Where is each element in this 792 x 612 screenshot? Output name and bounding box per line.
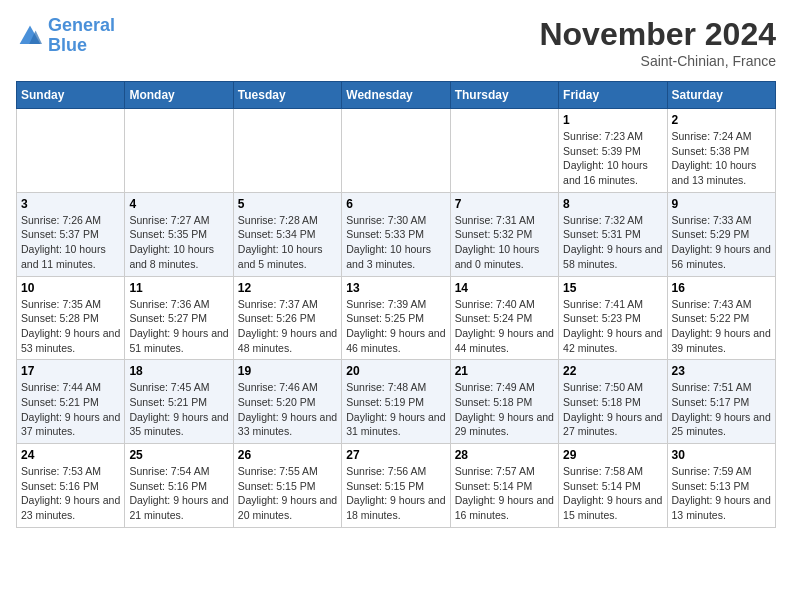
calendar-day-cell: 13Sunrise: 7:39 AMSunset: 5:25 PMDayligh… — [342, 276, 450, 360]
calendar-body: 1Sunrise: 7:23 AMSunset: 5:39 PMDaylight… — [17, 109, 776, 528]
day-info: Sunrise: 7:24 AMSunset: 5:38 PMDaylight:… — [672, 129, 771, 188]
day-info: Sunrise: 7:55 AMSunset: 5:15 PMDaylight:… — [238, 464, 337, 523]
day-info: Sunrise: 7:53 AMSunset: 5:16 PMDaylight:… — [21, 464, 120, 523]
calendar-day-cell: 19Sunrise: 7:46 AMSunset: 5:20 PMDayligh… — [233, 360, 341, 444]
day-number: 25 — [129, 448, 228, 462]
day-number: 10 — [21, 281, 120, 295]
logo-icon — [18, 24, 42, 48]
day-number: 17 — [21, 364, 120, 378]
day-info: Sunrise: 7:26 AMSunset: 5:37 PMDaylight:… — [21, 213, 120, 272]
weekday-header: Thursday — [450, 82, 558, 109]
weekday-header: Tuesday — [233, 82, 341, 109]
calendar-day-cell: 27Sunrise: 7:56 AMSunset: 5:15 PMDayligh… — [342, 444, 450, 528]
day-number: 8 — [563, 197, 662, 211]
calendar-day-cell: 6Sunrise: 7:30 AMSunset: 5:33 PMDaylight… — [342, 192, 450, 276]
day-number: 23 — [672, 364, 771, 378]
calendar-day-cell: 25Sunrise: 7:54 AMSunset: 5:16 PMDayligh… — [125, 444, 233, 528]
calendar-day-cell: 8Sunrise: 7:32 AMSunset: 5:31 PMDaylight… — [559, 192, 667, 276]
calendar-day-cell: 11Sunrise: 7:36 AMSunset: 5:27 PMDayligh… — [125, 276, 233, 360]
calendar-day-cell: 28Sunrise: 7:57 AMSunset: 5:14 PMDayligh… — [450, 444, 558, 528]
weekday-header: Monday — [125, 82, 233, 109]
day-number: 27 — [346, 448, 445, 462]
day-info: Sunrise: 7:33 AMSunset: 5:29 PMDaylight:… — [672, 213, 771, 272]
calendar-day-cell: 3Sunrise: 7:26 AMSunset: 5:37 PMDaylight… — [17, 192, 125, 276]
day-number: 30 — [672, 448, 771, 462]
calendar-day-cell: 10Sunrise: 7:35 AMSunset: 5:28 PMDayligh… — [17, 276, 125, 360]
day-info: Sunrise: 7:32 AMSunset: 5:31 PMDaylight:… — [563, 213, 662, 272]
day-info: Sunrise: 7:48 AMSunset: 5:19 PMDaylight:… — [346, 380, 445, 439]
calendar-day-cell: 15Sunrise: 7:41 AMSunset: 5:23 PMDayligh… — [559, 276, 667, 360]
day-info: Sunrise: 7:51 AMSunset: 5:17 PMDaylight:… — [672, 380, 771, 439]
header-row: SundayMondayTuesdayWednesdayThursdayFrid… — [17, 82, 776, 109]
day-info: Sunrise: 7:54 AMSunset: 5:16 PMDaylight:… — [129, 464, 228, 523]
day-info: Sunrise: 7:30 AMSunset: 5:33 PMDaylight:… — [346, 213, 445, 272]
calendar-day-cell: 30Sunrise: 7:59 AMSunset: 5:13 PMDayligh… — [667, 444, 775, 528]
calendar-day-cell: 9Sunrise: 7:33 AMSunset: 5:29 PMDaylight… — [667, 192, 775, 276]
day-info: Sunrise: 7:40 AMSunset: 5:24 PMDaylight:… — [455, 297, 554, 356]
calendar-header: SundayMondayTuesdayWednesdayThursdayFrid… — [17, 82, 776, 109]
day-number: 21 — [455, 364, 554, 378]
day-number: 28 — [455, 448, 554, 462]
calendar-day-cell — [125, 109, 233, 193]
day-number: 5 — [238, 197, 337, 211]
day-info: Sunrise: 7:31 AMSunset: 5:32 PMDaylight:… — [455, 213, 554, 272]
day-number: 9 — [672, 197, 771, 211]
calendar-day-cell: 16Sunrise: 7:43 AMSunset: 5:22 PMDayligh… — [667, 276, 775, 360]
day-info: Sunrise: 7:44 AMSunset: 5:21 PMDaylight:… — [21, 380, 120, 439]
day-number: 29 — [563, 448, 662, 462]
location: Saint-Chinian, France — [539, 53, 776, 69]
day-info: Sunrise: 7:37 AMSunset: 5:26 PMDaylight:… — [238, 297, 337, 356]
logo-line2: Blue — [48, 35, 87, 55]
calendar-day-cell: 2Sunrise: 7:24 AMSunset: 5:38 PMDaylight… — [667, 109, 775, 193]
calendar-day-cell: 26Sunrise: 7:55 AMSunset: 5:15 PMDayligh… — [233, 444, 341, 528]
calendar-week-row: 17Sunrise: 7:44 AMSunset: 5:21 PMDayligh… — [17, 360, 776, 444]
day-number: 2 — [672, 113, 771, 127]
weekday-header: Friday — [559, 82, 667, 109]
day-number: 16 — [672, 281, 771, 295]
day-info: Sunrise: 7:57 AMSunset: 5:14 PMDaylight:… — [455, 464, 554, 523]
calendar-week-row: 10Sunrise: 7:35 AMSunset: 5:28 PMDayligh… — [17, 276, 776, 360]
calendar-day-cell — [17, 109, 125, 193]
day-number: 4 — [129, 197, 228, 211]
day-number: 20 — [346, 364, 445, 378]
day-number: 13 — [346, 281, 445, 295]
calendar-day-cell: 12Sunrise: 7:37 AMSunset: 5:26 PMDayligh… — [233, 276, 341, 360]
calendar-day-cell: 18Sunrise: 7:45 AMSunset: 5:21 PMDayligh… — [125, 360, 233, 444]
calendar-day-cell: 1Sunrise: 7:23 AMSunset: 5:39 PMDaylight… — [559, 109, 667, 193]
day-info: Sunrise: 7:27 AMSunset: 5:35 PMDaylight:… — [129, 213, 228, 272]
day-info: Sunrise: 7:23 AMSunset: 5:39 PMDaylight:… — [563, 129, 662, 188]
day-info: Sunrise: 7:58 AMSunset: 5:14 PMDaylight:… — [563, 464, 662, 523]
day-info: Sunrise: 7:56 AMSunset: 5:15 PMDaylight:… — [346, 464, 445, 523]
day-number: 19 — [238, 364, 337, 378]
calendar-day-cell — [450, 109, 558, 193]
logo: General Blue — [16, 16, 115, 56]
day-number: 18 — [129, 364, 228, 378]
calendar-week-row: 1Sunrise: 7:23 AMSunset: 5:39 PMDaylight… — [17, 109, 776, 193]
day-number: 15 — [563, 281, 662, 295]
title-area: November 2024 Saint-Chinian, France — [539, 16, 776, 69]
day-info: Sunrise: 7:28 AMSunset: 5:34 PMDaylight:… — [238, 213, 337, 272]
calendar-table: SundayMondayTuesdayWednesdayThursdayFrid… — [16, 81, 776, 528]
month-title: November 2024 — [539, 16, 776, 53]
day-number: 14 — [455, 281, 554, 295]
calendar-day-cell: 21Sunrise: 7:49 AMSunset: 5:18 PMDayligh… — [450, 360, 558, 444]
calendar-day-cell: 23Sunrise: 7:51 AMSunset: 5:17 PMDayligh… — [667, 360, 775, 444]
logo-line1: General — [48, 15, 115, 35]
day-number: 22 — [563, 364, 662, 378]
calendar-day-cell: 4Sunrise: 7:27 AMSunset: 5:35 PMDaylight… — [125, 192, 233, 276]
calendar-week-row: 3Sunrise: 7:26 AMSunset: 5:37 PMDaylight… — [17, 192, 776, 276]
calendar-day-cell: 7Sunrise: 7:31 AMSunset: 5:32 PMDaylight… — [450, 192, 558, 276]
day-number: 7 — [455, 197, 554, 211]
calendar-day-cell: 5Sunrise: 7:28 AMSunset: 5:34 PMDaylight… — [233, 192, 341, 276]
day-info: Sunrise: 7:59 AMSunset: 5:13 PMDaylight:… — [672, 464, 771, 523]
day-info: Sunrise: 7:39 AMSunset: 5:25 PMDaylight:… — [346, 297, 445, 356]
calendar-day-cell: 14Sunrise: 7:40 AMSunset: 5:24 PMDayligh… — [450, 276, 558, 360]
weekday-header: Sunday — [17, 82, 125, 109]
calendar-week-row: 24Sunrise: 7:53 AMSunset: 5:16 PMDayligh… — [17, 444, 776, 528]
day-number: 1 — [563, 113, 662, 127]
day-number: 26 — [238, 448, 337, 462]
day-info: Sunrise: 7:49 AMSunset: 5:18 PMDaylight:… — [455, 380, 554, 439]
day-info: Sunrise: 7:45 AMSunset: 5:21 PMDaylight:… — [129, 380, 228, 439]
calendar-day-cell: 22Sunrise: 7:50 AMSunset: 5:18 PMDayligh… — [559, 360, 667, 444]
day-info: Sunrise: 7:35 AMSunset: 5:28 PMDaylight:… — [21, 297, 120, 356]
